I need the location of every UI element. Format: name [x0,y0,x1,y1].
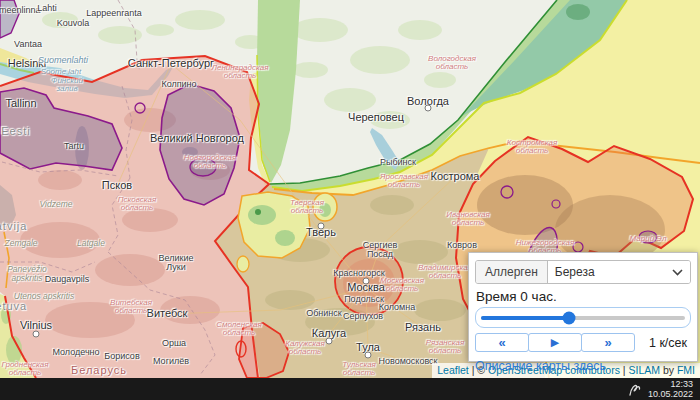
allergen-input-group: Аллерген Береза [475,260,691,284]
allergen-selected-value: Береза [555,265,595,279]
step-forward-icon: » [604,336,611,349]
play-icon: ▶ [551,337,559,348]
chevron-down-icon [672,269,683,276]
taskbar[interactable]: 12:33 10.05.2022 [0,378,700,400]
time-step-label: Время 0 час. [476,289,691,304]
slider-fill [481,316,569,320]
step-back-icon: « [498,336,505,349]
time-slider[interactable] [475,307,691,328]
allergen-select[interactable]: Береза [548,261,690,283]
leaflet-link[interactable]: Leaflet [437,364,469,376]
map-description-link[interactable]: Описание карты здесь [475,359,606,373]
slider-thumb[interactable] [562,311,575,324]
playback-controls: « ▶ » 1 к/сек [475,333,691,352]
step-forward-button[interactable]: » [581,333,635,352]
slider-track [481,316,685,320]
network-icon [628,381,642,397]
system-tray[interactable]: 12:33 10.05.2022 [628,379,700,399]
taskbar-clock[interactable]: 12:33 10.05.2022 [648,379,696,399]
taskbar-time: 12:33 [648,379,693,389]
playback-speed-label: 1 к/сек [649,336,691,350]
taskbar-date: 10.05.2022 [648,389,693,399]
desktop-screen: { "panel": { "allergen_label": "Аллерген… [0,0,700,400]
play-button[interactable]: ▶ [528,333,582,352]
allergen-label: Аллерген [476,261,548,283]
step-back-button[interactable]: « [475,333,529,352]
map-controls-panel: Аллерген Береза Время 0 час. « ▶ » 1 к/с… [468,252,698,362]
